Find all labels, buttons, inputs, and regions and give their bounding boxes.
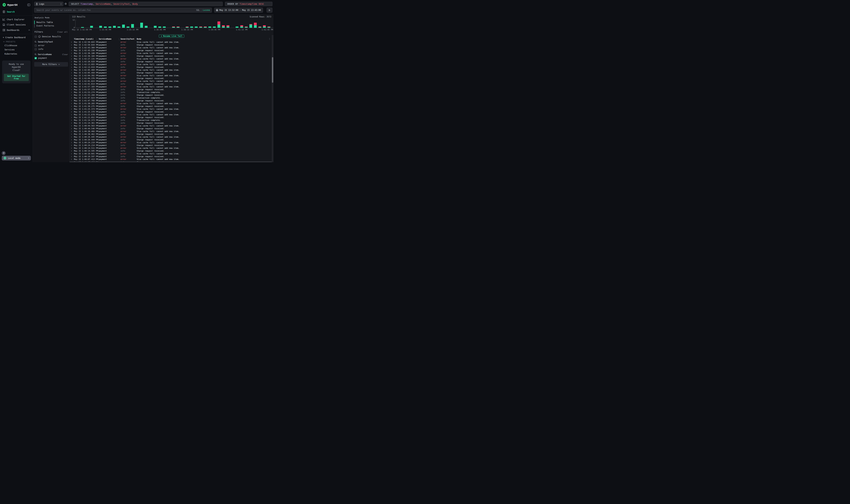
row-chevron-icon[interactable]: [71, 153, 72, 154]
row-chevron-icon[interactable]: [71, 122, 72, 124]
chevron-up-icon[interactable]: [28, 30, 30, 31]
row-chevron-icon[interactable]: [71, 159, 72, 160]
mode-toggle-lucene[interactable]: Lucene: [203, 9, 210, 11]
table-row[interactable]: May 15 1:40:10.597 PMpaymentinfoCharge r…: [70, 155, 272, 158]
tab-event-patterns[interactable]: Event Patterns: [34, 24, 68, 28]
table-row[interactable]: May 15 1:42:36.184 PMpaymentinfoCharge r…: [70, 55, 272, 57]
help-button[interactable]: ?: [2, 151, 5, 155]
row-chevron-icon[interactable]: [71, 44, 72, 46]
row-chevron-icon[interactable]: [71, 83, 72, 85]
table-row[interactable]: May 15 1:41:21.652 PMpaymentinfoCharge r…: [70, 116, 272, 119]
row-chevron-icon[interactable]: [71, 103, 72, 104]
table-row[interactable]: May 15 1:41:14.361 PMpaymentinfoCharge r…: [70, 122, 272, 125]
row-chevron-icon[interactable]: [71, 94, 72, 96]
table-row[interactable]: May 15 1:41:53.260 PMpaymentinfoCharge r…: [70, 94, 272, 96]
kebab-menu-icon[interactable]: ⋮: [268, 37, 271, 40]
row-chevron-icon[interactable]: [71, 156, 72, 157]
sidebar-preset-item[interactable]: Clickhouse: [0, 43, 33, 48]
row-chevron-icon[interactable]: [71, 120, 72, 121]
row-chevron-icon[interactable]: [71, 55, 72, 57]
column-drag-dots[interactable]: [97, 38, 97, 40]
table-row[interactable]: May 15 1:40:10.601 PMpaymenterrorVisa ca…: [70, 152, 272, 155]
presets-toggle[interactable]: PRESETS: [0, 39, 33, 43]
row-chevron-icon[interactable]: [71, 78, 72, 79]
table-row[interactable]: May 15 1:41:47.766 PMpaymentinfoCharge r…: [70, 100, 272, 102]
row-chevron-icon[interactable]: [71, 61, 72, 62]
table-row[interactable]: May 15 1:40:26.445 PMpaymenterrorVisa ca…: [70, 136, 272, 139]
vertical-scrollbar-track[interactable]: [272, 35, 273, 162]
table-row[interactable]: May 15 1:41:30.283 PMpaymenterrorVisa ca…: [70, 102, 272, 105]
row-chevron-icon[interactable]: [71, 50, 72, 51]
table-row[interactable]: May 15 1:40:38.462 PMpaymentinfoCharge r…: [70, 133, 272, 136]
order-by-input[interactable]: ORDER BY TimestampTime DESC: [225, 2, 272, 6]
run-query-button[interactable]: [267, 8, 272, 13]
tab-results-table[interactable]: Results Table: [34, 21, 68, 24]
row-chevron-icon[interactable]: [71, 41, 72, 43]
row-chevron-icon[interactable]: [71, 106, 72, 107]
sidebar-preset-item[interactable]: Services: [0, 48, 33, 52]
row-chevron-icon[interactable]: [71, 86, 72, 87]
table-row[interactable]: May 15 1:42:43.360 PMpaymenterrorVisa ca…: [70, 47, 272, 49]
row-chevron-icon[interactable]: [71, 100, 72, 101]
source-select[interactable]: Logs: [34, 2, 63, 6]
resume-live-tail-button[interactable]: Resume Live Tail: [159, 35, 184, 38]
table-row[interactable]: May 15 1:42:05.450 PMpaymentinfoCharge r…: [70, 72, 272, 74]
filter-checkbox[interactable]: [35, 44, 37, 47]
column-header-severitytext[interactable]: SeverityText: [121, 38, 134, 40]
table-row[interactable]: May 15 1:40:24.214 PMpaymentinfoCharge r…: [70, 144, 272, 147]
row-chevron-icon[interactable]: [71, 142, 72, 143]
table-row[interactable]: May 15 1:42:05.460 PMpaymenterrorVisa ca…: [70, 69, 272, 72]
table-row[interactable]: May 15 1:40:07.413 PMpaymenterrorVisa ca…: [70, 158, 272, 161]
row-chevron-icon[interactable]: [71, 47, 72, 48]
table-row[interactable]: May 15 1:41:57.178 PMpaymentinfoCharge r…: [70, 88, 272, 91]
table-row[interactable]: May 15 1:42:13.055 PMpaymenterrorVisa ca…: [70, 63, 272, 66]
row-chevron-icon[interactable]: [71, 128, 72, 129]
row-chevron-icon[interactable]: [71, 111, 72, 112]
row-chevron-icon[interactable]: [71, 150, 72, 151]
filter-checkbox[interactable]: [35, 48, 37, 50]
search-input[interactable]: [36, 9, 195, 12]
table-row[interactable]: May 15 1:42:04.392 PMpaymenterrorVisa ca…: [70, 74, 272, 77]
table-row[interactable]: May 15 1:41:21.678 PMpaymenterrorVisa ca…: [70, 113, 272, 116]
row-chevron-icon[interactable]: [71, 114, 72, 115]
vertical-scrollbar-thumb[interactable]: [272, 57, 273, 83]
sidebar-item-search[interactable]: Search: [0, 9, 33, 15]
column-drag-dots[interactable]: [119, 38, 119, 40]
table-row[interactable]: May 15 1:40:14.505 PMpaymentinfoCharge r…: [70, 150, 272, 152]
row-chevron-icon[interactable]: [71, 97, 72, 98]
row-chevron-icon[interactable]: [71, 139, 72, 140]
table-row[interactable]: May 15 1:41:47.823 PMpaymentinfoTransact…: [70, 96, 272, 100]
row-chevron-icon[interactable]: [71, 117, 72, 118]
row-chevron-icon[interactable]: [71, 58, 72, 59]
row-chevron-icon[interactable]: [71, 64, 72, 65]
table-row[interactable]: May 15 1:42:01.824 PMpaymenterrorVisa ca…: [70, 80, 272, 83]
more-filters-button[interactable]: More filters: [34, 62, 68, 67]
filter-option[interactable]: info: [35, 48, 68, 50]
column-header-servicename[interactable]: ServiceName: [99, 38, 111, 40]
row-chevron-icon[interactable]: [71, 72, 72, 73]
row-chevron-icon[interactable]: [71, 80, 72, 82]
select-query-input[interactable]: SELECT Timestamp, ServiceName, SeverityT…: [69, 2, 223, 6]
table-row[interactable]: May 15 1:40:26.444 PMpaymentinfoCharge r…: [70, 139, 272, 141]
sidebar-collapse-icon[interactable]: [28, 4, 30, 6]
table-row[interactable]: May 15 1:42:13.019 PMpaymentinfoCharge r…: [70, 66, 272, 69]
filter-option[interactable]: payment: [35, 57, 68, 59]
time-range-picker[interactable]: May 15 13:32:00 - May 15 13:43:00: [214, 8, 263, 13]
row-chevron-icon[interactable]: [71, 108, 72, 110]
row-chevron-icon[interactable]: [71, 125, 72, 126]
sidebar-item-client-sessions[interactable]: Client Sessions: [0, 22, 33, 28]
table-row[interactable]: May 15 1:41:25.370 PMpaymentinfoCharge r…: [70, 111, 272, 113]
row-chevron-icon[interactable]: [71, 53, 72, 54]
row-chevron-icon[interactable]: [71, 145, 72, 146]
gear-icon[interactable]: ⚙: [65, 2, 67, 5]
table-row[interactable]: May 15 1:42:04.376 PMpaymentinfoCharge r…: [70, 77, 272, 80]
row-chevron-icon[interactable]: [71, 69, 72, 71]
column-drag-dots[interactable]: [135, 38, 135, 40]
mode-toggle-sql[interactable]: SQL: [196, 9, 200, 11]
table-row[interactable]: May 15 1:42:01.814 PMpaymentinfoCharge r…: [70, 83, 272, 86]
row-chevron-icon[interactable]: [71, 67, 72, 68]
table-row[interactable]: May 15 1:41:57.183 PMpaymenterrorVisa ca…: [70, 86, 272, 88]
table-row[interactable]: May 15 1:41:25.373 PMpaymenterrorVisa ca…: [70, 108, 272, 111]
row-chevron-icon[interactable]: [71, 147, 72, 149]
create-dashboard-button[interactable]: + Create Dashboard: [0, 35, 33, 39]
